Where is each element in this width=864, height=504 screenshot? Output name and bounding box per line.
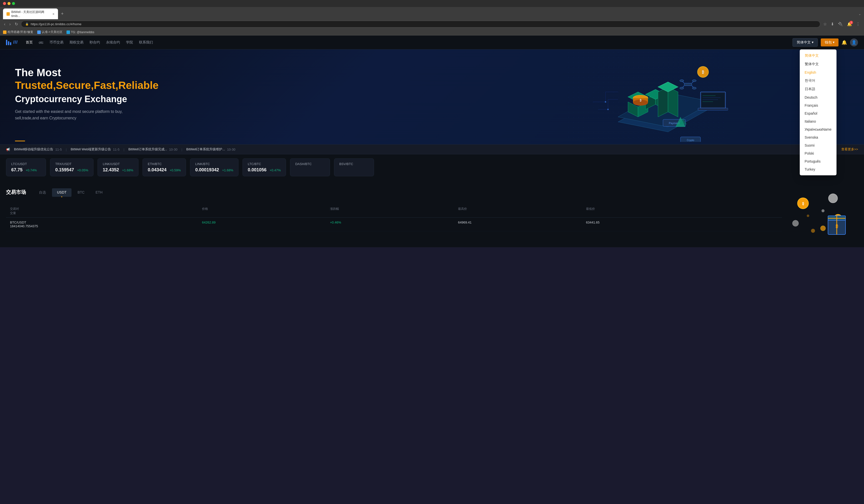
notifications-button[interactable]: 🔔2 [846, 21, 853, 27]
price-card-0[interactable]: LTC/USDT 67.75 +0.74% [6, 158, 46, 176]
svg-text:₿: ₿ [802, 201, 804, 206]
svg-point-22 [680, 80, 684, 82]
price-value-2: 12.4352 [103, 167, 119, 172]
table-row[interactable]: BTC/USDT 64262.89 +0.46% 64969.41 63441.… [6, 218, 782, 231]
market-tab-btc[interactable]: BTC [72, 188, 89, 197]
nav-link-contact[interactable]: 联系我们 [139, 39, 153, 46]
svg-rect-37 [701, 93, 724, 107]
refresh-button[interactable]: ↻ [14, 21, 19, 27]
tab-close-icon[interactable]: × [52, 12, 55, 16]
ticker-item-4[interactable]: BitWell订单系统升级维护... 10-30 [186, 147, 235, 151]
ticker-item-2[interactable]: BitWell Web端更新升级公告 11-5 [71, 147, 120, 151]
price-card-3[interactable]: ETH/BTC 0.043424 +0.59% [143, 158, 186, 176]
lang-item-portuguese[interactable]: Português [800, 157, 837, 165]
col-header-low: 最低价 [586, 207, 778, 211]
market-right-illustration: ₿ ₿ ₿ [788, 188, 858, 239]
svg-point-24 [680, 87, 684, 89]
nav-link-perpetual[interactable]: 永续合约 [106, 39, 120, 46]
back-button[interactable]: ‹ [3, 21, 6, 27]
menu-button[interactable]: ⋮ [855, 21, 861, 27]
price-value-5: 0.001056 [248, 167, 266, 172]
price-value-1: 0.159547 [55, 167, 74, 172]
close-window-button[interactable] [3, 2, 6, 5]
hero-title-highlight: Trusted,Secure,Fast,Reliable [15, 79, 158, 91]
lang-item-deutsch[interactable]: Deutsch [800, 94, 837, 101]
website: /// 首页 otc 币币交易 期权交易 秒合约 永续合约 学院 联系我们 简体… [0, 36, 864, 247]
row-low-0: 63441.65 [586, 221, 778, 224]
language-dropdown: 简体中文 繁体中文 English 한국어 日本語 Deutsch França… [800, 49, 837, 175]
bookmark-item-3[interactable]: TG: @tianmeibbs [67, 30, 95, 34]
lang-item-swedish[interactable]: Svenska [800, 133, 837, 142]
new-tab-button[interactable]: + [59, 10, 66, 17]
lang-item-italian[interactable]: Italiano [800, 118, 837, 125]
nav-link-home[interactable]: 首页 [26, 39, 33, 46]
nav-link-academy[interactable]: 学院 [126, 39, 133, 46]
forward-button[interactable]: › [8, 21, 12, 27]
price-pair-2: LINK/USDT [103, 162, 133, 166]
price-row-0: 67.75 +0.74% [11, 167, 41, 173]
bookmark-item-2[interactable]: 认准->天美社区 [37, 30, 62, 34]
site-logo[interactable]: /// [6, 40, 18, 45]
ticker-more-link[interactable]: 查看更多>> [841, 147, 858, 151]
market-tab-favorites[interactable]: 自选 [34, 188, 51, 197]
wallet-button[interactable]: 钱包 ▾ [821, 38, 839, 47]
lang-item-turkish[interactable]: Turkey [800, 165, 837, 173]
nav-right: 简体中文 ▾ 钱包 ▾ 🔔 👤 [792, 38, 858, 47]
language-button[interactable]: 简体中文 ▾ [792, 38, 818, 47]
extensions-button[interactable]: 🔌 [837, 21, 844, 27]
market-left: 交易市场 自选 USDT BTC ETH 交易对 价格 涨跌幅 最高价 最低价 … [6, 188, 782, 239]
price-card-5[interactable]: LTC/BTC 0.001056 +0.47% [242, 158, 286, 176]
lang-item-polish[interactable]: Polski [800, 149, 837, 157]
lang-item-korean[interactable]: 한국어 [800, 76, 837, 85]
price-card-6[interactable]: DASH/BTC [290, 158, 330, 176]
svg-text:₿: ₿ [702, 70, 704, 74]
price-card-4[interactable]: LINK/BTC 0.00019342 +1.68% [190, 158, 239, 176]
browser-tab-bar: BitWell - 天美社区源码网timib... × + ⌄ [0, 7, 864, 19]
col-header-volume: 交量 [10, 211, 202, 215]
minimize-window-button[interactable] [8, 2, 11, 5]
maximize-window-button[interactable] [12, 2, 15, 5]
nav-link-otc[interactable]: otc [39, 39, 44, 46]
lang-item-simplified-chinese[interactable]: 简体中文 [800, 51, 837, 60]
svg-marker-10 [658, 87, 668, 117]
price-value-0: 67.75 [11, 167, 23, 172]
logo-bar-3 [10, 42, 11, 45]
bell-icon[interactable]: 🔔 [841, 40, 847, 45]
market-tab-usdt[interactable]: USDT [52, 188, 72, 197]
nav-link-second[interactable]: 秒合约 [89, 39, 100, 46]
bookmark-button[interactable]: ☆ [822, 21, 828, 27]
logo-icon [6, 40, 11, 45]
price-change-0: +0.74% [26, 168, 37, 172]
price-card-1[interactable]: TRX/USDT 0.159547 +0.05% [50, 158, 94, 176]
lang-item-finnish[interactable]: Suomi [800, 142, 837, 149]
price-value-3: 0.043424 [148, 167, 167, 172]
browser-tab-active[interactable]: BitWell - 天美社区源码网timib... × [3, 9, 58, 19]
svg-marker-11 [668, 87, 678, 117]
nav-link-spot[interactable]: 币币交易 [49, 39, 63, 46]
ticker-divider-2: | [123, 148, 124, 151]
col-header-price: 价格 [202, 207, 330, 211]
lang-item-traditional-chinese[interactable]: 繁体中文 [800, 60, 837, 69]
notification-badge: 2 [850, 21, 853, 24]
bookmark-item-1[interactable]: 程序搭建/开发/修复 [3, 30, 33, 34]
address-bar[interactable]: 🔒 https://jys116-pc.timibbs.cc/#/home [21, 21, 820, 27]
nav-link-options[interactable]: 期权交易 [70, 39, 84, 46]
svg-text:₿: ₿ [836, 224, 838, 229]
price-pair-5: LTC/BTC [248, 162, 281, 166]
ticker-item-1[interactable]: BitWell移动端升级优化公告 11-5 [14, 147, 62, 151]
price-card-7[interactable]: BSV/BTC [334, 158, 374, 176]
lang-item-japanese[interactable]: 日本語 [800, 85, 837, 94]
ticker-title-4: BitWell订单系统升级维护... [186, 147, 225, 151]
lang-item-english[interactable]: English [800, 69, 837, 76]
ticker-title-1: BitWell移动端升级优化公告 [14, 147, 53, 151]
avatar-glyph: 👤 [852, 40, 856, 45]
download-button[interactable]: ⬇ [830, 21, 835, 27]
lang-item-french[interactable]: Français [800, 101, 837, 109]
lang-item-spanish[interactable]: Español [800, 109, 837, 118]
avatar-icon[interactable]: 👤 [850, 38, 858, 47]
price-card-2[interactable]: LINK/USDT 12.4352 +1.68% [97, 158, 139, 176]
market-tab-eth[interactable]: ETH [91, 188, 108, 197]
ticker-item-3[interactable]: BitWell订单系统升级完成... 10-30 [128, 147, 177, 151]
lang-item-ukrainian[interactable]: УкраїнськаName [800, 125, 837, 133]
tab-title: BitWell - 天美社区源码网timib... [11, 10, 51, 18]
